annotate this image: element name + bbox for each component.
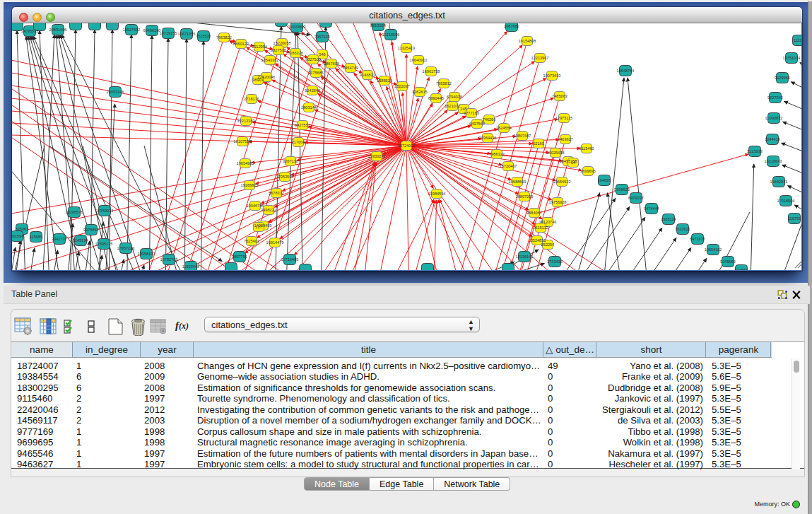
svg-text:15300273: 15300273: [368, 154, 386, 158]
svg-text:6497568: 6497568: [469, 122, 485, 126]
svg-text:391594: 391594: [12, 234, 23, 238]
svg-text:14035572: 14035572: [21, 29, 39, 33]
svg-text:8471676: 8471676: [690, 237, 705, 241]
svg-text:6794028: 6794028: [447, 95, 462, 99]
svg-text:2803144: 2803144: [301, 105, 317, 110]
svg-text:11325419: 11325419: [398, 46, 415, 50]
svg-text:6479197: 6479197: [628, 196, 644, 200]
svg-text:10654112: 10654112: [705, 247, 722, 252]
svg-text:7515526: 7515526: [196, 34, 211, 38]
svg-text:11123: 11123: [794, 38, 801, 42]
svg-text:19654985: 19654985: [237, 161, 254, 165]
svg-text:16782759: 16782759: [160, 257, 178, 262]
svg-text:16120746: 16120746: [539, 220, 557, 224]
svg-text:16640910: 16640910: [410, 58, 428, 62]
svg-text:15716485: 15716485: [281, 257, 299, 262]
svg-text:9129966: 9129966: [775, 76, 790, 80]
svg-text:9777169: 9777169: [464, 111, 479, 115]
svg-text:62160: 62160: [533, 141, 544, 146]
svg-text:12093872: 12093872: [765, 116, 783, 120]
svg-text:10671355: 10671355: [178, 32, 196, 36]
svg-text:2087682: 2087682: [504, 24, 519, 28]
svg-text:16210643: 16210643: [765, 159, 782, 163]
svg-text:16154808: 16154808: [519, 39, 536, 43]
svg-text:2718176: 2718176: [244, 97, 259, 101]
svg-text:10025438: 10025438: [547, 151, 565, 155]
svg-text:1621072: 1621072: [445, 104, 460, 108]
svg-text:1362615: 1362615: [412, 90, 428, 94]
svg-text:8186328: 8186328: [288, 51, 303, 55]
svg-text:9115460: 9115460: [579, 146, 594, 151]
svg-text:5938923: 5938923: [614, 187, 630, 192]
svg-text:10958107: 10958107: [138, 252, 155, 256]
svg-text:64: 64: [571, 160, 575, 165]
svg-text:3267130: 3267130: [283, 159, 298, 163]
svg-text:8454749: 8454749: [343, 66, 358, 70]
svg-text:9684067: 9684067: [526, 211, 542, 215]
svg-text:3912954: 3912954: [252, 45, 267, 49]
svg-text:15226058: 15226058: [273, 41, 291, 45]
svg-text:5678332: 5678332: [269, 191, 284, 195]
svg-text:1615132: 1615132: [533, 226, 548, 230]
svg-text:2867608: 2867608: [324, 62, 339, 66]
svg-text:8990448: 8990448: [428, 96, 444, 100]
svg-text:9474444: 9474444: [644, 206, 659, 211]
svg-text:3624554: 3624554: [496, 126, 512, 130]
svg-text:9242848: 9242848: [305, 88, 320, 93]
svg-text:3175685: 3175685: [308, 71, 324, 75]
svg-text:10688609: 10688609: [509, 180, 526, 184]
svg-text:7955812: 7955812: [436, 81, 452, 86]
svg-text:20053346: 20053346: [107, 90, 124, 94]
svg-text:11923448: 11923448: [182, 264, 199, 269]
svg-text:217004: 217004: [292, 140, 305, 144]
svg-text:16033809: 16033809: [288, 25, 306, 29]
svg-text:8660123: 8660123: [233, 42, 249, 46]
svg-text:10648784: 10648784: [617, 69, 635, 73]
svg-text:98901: 98901: [252, 78, 264, 82]
svg-text:7485063: 7485063: [552, 94, 567, 98]
svg-text:18724007: 18724007: [398, 144, 416, 148]
svg-text:12213967: 12213967: [531, 56, 549, 60]
svg-text:18807299: 18807299: [516, 194, 534, 199]
svg-text:11527602: 11527602: [123, 28, 140, 32]
svg-text:7986322: 7986322: [489, 152, 505, 156]
svg-text:2935114: 2935114: [661, 217, 676, 221]
svg-text:16961758: 16961758: [423, 69, 440, 74]
svg-text:164095: 164095: [598, 178, 611, 182]
svg-text:15751074: 15751074: [783, 56, 801, 60]
svg-text:127: 127: [255, 225, 261, 229]
svg-text:12213383: 12213383: [237, 119, 255, 123]
svg-text:7625402: 7625402: [244, 239, 259, 243]
svg-text:20206576: 20206576: [66, 210, 83, 214]
svg-text:835061: 835061: [16, 227, 29, 231]
svg-text:1145194: 1145194: [73, 238, 88, 243]
svg-text:9227342: 9227342: [767, 95, 783, 100]
svg-text:10107553: 10107553: [234, 139, 252, 144]
svg-text:19166825: 19166825: [241, 183, 259, 187]
svg-text:1822037: 1822037: [394, 84, 410, 88]
svg-text:115689: 115689: [30, 235, 42, 239]
svg-text:7357224: 7357224: [314, 35, 330, 39]
svg-text:252254: 252254: [541, 243, 555, 247]
svg-text:20364436: 20364436: [479, 136, 497, 140]
svg-text:12975115: 12975115: [555, 116, 572, 120]
svg-text:9327508: 9327508: [305, 57, 321, 62]
svg-text:10543362: 10543362: [261, 58, 279, 62]
svg-text:9463627: 9463627: [558, 137, 573, 141]
svg-text:3215933: 3215933: [747, 149, 763, 153]
svg-text:10807487: 10807487: [514, 134, 531, 138]
svg-text:546: 546: [319, 52, 325, 57]
svg-text:12505135: 12505135: [95, 242, 113, 246]
svg-text:116753: 116753: [788, 216, 801, 221]
svg-text:19654923: 19654923: [553, 180, 571, 184]
svg-text:3498222: 3498222: [261, 208, 276, 212]
svg-text:8427552: 8427552: [295, 123, 310, 127]
svg-text:16914479: 16914479: [266, 240, 284, 245]
svg-text:9975867: 9975867: [83, 228, 99, 232]
svg-text:2942737: 2942737: [52, 237, 67, 241]
svg-text:1733426: 1733426: [547, 259, 563, 264]
svg-text:17359924: 17359924: [96, 209, 114, 213]
svg-text:15720407: 15720407: [500, 164, 517, 168]
svg-text:10973493: 10973493: [543, 74, 561, 78]
svg-text:1588520: 1588520: [377, 78, 392, 83]
